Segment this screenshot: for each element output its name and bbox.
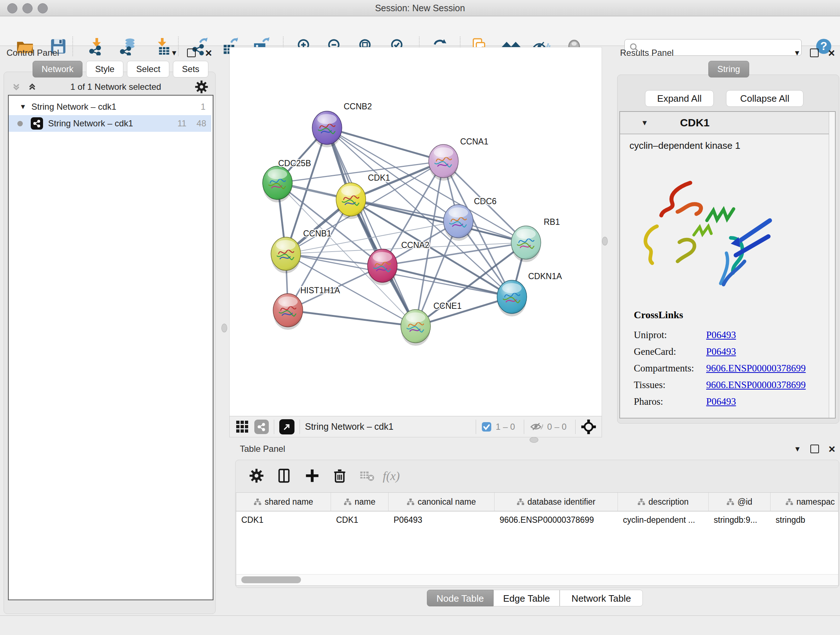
detach-view-icon[interactable] [279,419,294,434]
panel-menu-button[interactable]: ▼ [171,49,178,57]
table-settings-button[interactable] [248,467,265,485]
collapse-all-icon[interactable] [11,81,22,92]
columns-icon [276,467,292,484]
toolbar-separator [300,420,300,434]
crosslink-link[interactable]: 9606.ENSP00000378699 [706,363,806,374]
network-view-toolbar: String Network – cdk1 1 – 0 0 – 0 [229,416,602,437]
node-label: CDKN1A [528,272,562,281]
tab-node-table[interactable]: Node Table [427,590,493,606]
crosslinks-block: CrossLinks Uniprot:P06493GeneCard:P06493… [634,309,822,410]
column-header-description[interactable]: description [618,493,709,511]
node-label: CCNB2 [344,102,372,111]
add-column-button[interactable] [303,467,321,485]
network-label: String Network – cdk1 [48,119,177,128]
table-horizontal-scrollbar[interactable] [236,574,838,585]
left-splitter-handle[interactable] [221,324,227,333]
collapse-arrow-icon[interactable]: ▼ [641,119,648,127]
protein-result-section: ▼ CDK1 cyclin–dependent kinase 1 [619,111,836,418]
panel-float-button[interactable] [187,49,196,57]
network-node-CDKN1A[interactable]: CDKN1A [497,272,562,317]
network-node-RB1[interactable]: RB1 [511,217,560,262]
network-node-HIST1H1A[interactable]: HIST1H1A [273,286,340,330]
results-panel-title: Results Panel [620,48,674,58]
tab-network-table[interactable]: Network Table [560,590,643,606]
crosslink-label: Compartments: [634,363,706,374]
panel-menu-button[interactable]: ▼ [794,445,801,453]
gear-icon[interactable] [194,79,209,95]
panel-float-button[interactable] [810,445,819,453]
column-header-database-identifier[interactable]: database identifier [494,493,618,511]
network-collection-row[interactable]: ▼ String Network – cdk1 1 [9,98,211,115]
panel-menu-button[interactable]: ▼ [794,49,801,57]
panel-close-button[interactable]: × [205,49,212,57]
table-cell[interactable]: CDK1 [236,511,331,528]
network-edge[interactable] [351,200,526,242]
expand-all-button[interactable]: Expand All [645,90,714,107]
window-title: Session: New Session [0,0,840,16]
network-node-CDC25B[interactable]: CDC25B [263,158,311,203]
column-header-label: database identifier [527,497,595,507]
column-header-name[interactable]: name [331,493,388,511]
show-columns-button[interactable] [275,467,293,485]
results-scrollbar[interactable] [829,112,835,418]
table-cell[interactable]: stringdb:9... [709,511,771,528]
table-cell[interactable]: cyclin-dependent ... [618,511,709,528]
toolbar-separator [575,420,576,434]
tab-sets[interactable]: Sets [173,61,208,78]
tab-string[interactable]: String [708,61,749,78]
collection-count: 1 [201,102,205,112]
crosslink-link[interactable]: P06493 [706,329,736,340]
tab-style[interactable]: Style [86,61,123,78]
tab-edge-table[interactable]: Edge Table [493,590,560,606]
network-node-CCNE1[interactable]: CCNE1 [401,301,462,346]
right-splitter-handle[interactable] [602,237,608,245]
column-header-shared-name[interactable]: shared name [236,493,331,511]
delete-column-button[interactable] [331,467,349,485]
panel-close-button[interactable]: × [829,445,835,453]
network-edge[interactable] [288,310,416,326]
tree-icon [344,498,352,506]
tab-select[interactable]: Select [127,61,169,78]
protein-name: CDK1 [680,117,710,129]
column-header-canonical-name[interactable]: canonical name [388,493,494,511]
crosslink-link[interactable]: P06493 [706,396,736,407]
main-toolbar: ? [0,16,840,46]
panel-float-button[interactable] [810,49,819,57]
network-node-CCNA1[interactable]: CCNA1 [429,137,488,181]
scrollbar-thumb[interactable] [241,576,301,583]
function-builder-button[interactable]: f(x) [383,469,400,483]
crosslink-link[interactable]: 9606.ENSP00000378699 [706,379,806,391]
column-header-label: @id [737,497,752,507]
network-view-canvas[interactable]: CCNB2CCNA1CDC25BCDK1CDC6RB1CCNB1CCNA2CDK… [229,47,602,416]
tab-network[interactable]: Network [33,61,82,78]
network-style-icon[interactable] [254,420,269,434]
tree-icon [726,498,734,506]
crosslink-link[interactable]: P06493 [706,346,736,357]
protein-section-header[interactable]: ▼ CDK1 [620,112,835,134]
expand-all-icon[interactable] [27,81,38,92]
panel-close-button[interactable]: × [828,49,835,57]
tree-expander-icon[interactable]: ▼ [19,103,27,111]
table-cell[interactable]: stringdb [771,511,838,528]
collapse-all-button[interactable]: Collapse All [726,90,804,107]
birdseye-crosshair-icon[interactable] [581,419,597,435]
network-row-selected[interactable]: String Network – cdk1 11 48 [9,115,211,132]
network-node-CCNB2[interactable]: CCNB2 [312,102,372,147]
title-bar: Session: New Session [0,0,840,16]
bottom-splitter-handle[interactable] [530,437,538,443]
table-row[interactable]: CDK1CDK1P064939606.ENSP00000378699cyclin… [236,511,838,528]
table-cell[interactable]: P06493 [388,511,494,528]
network-edge[interactable] [327,128,416,326]
column-header-namespac[interactable]: namespac [771,493,838,511]
delete-table-button[interactable] [358,467,376,485]
column-header--id[interactable]: @id [709,493,771,511]
hidden-eye-icon[interactable] [529,421,544,433]
table-cell[interactable]: CDK1 [331,511,388,528]
table-cell[interactable]: 9606.ENSP00000378699 [494,511,618,528]
grid-view-icon[interactable] [235,420,249,434]
selected-checkbox-icon[interactable] [481,421,492,432]
bullet-icon [17,121,23,126]
crosslink-row: Tissues:9606.ENSP00000378699 [634,377,822,393]
node-label: RB1 [544,217,560,226]
selected-node-edge-counts: 1 – 0 [496,422,515,432]
